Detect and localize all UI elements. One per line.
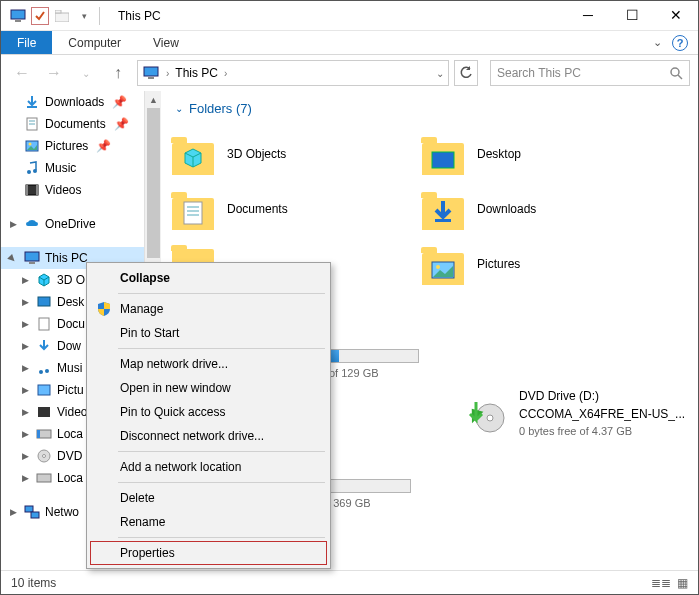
pin-icon: 📌 xyxy=(96,139,111,153)
ctx-manage[interactable]: Manage xyxy=(90,297,327,321)
shield-icon xyxy=(95,300,113,318)
monitor-icon xyxy=(142,65,160,81)
monitor-icon xyxy=(9,7,27,25)
music-icon xyxy=(35,360,53,376)
back-button[interactable]: ← xyxy=(9,60,35,86)
search-box[interactable]: Search This PC xyxy=(490,60,690,86)
search-placeholder: Search This PC xyxy=(497,66,669,80)
music-icon xyxy=(23,160,41,176)
svg-rect-5 xyxy=(148,77,154,79)
svg-rect-25 xyxy=(38,385,50,395)
details-view-icon[interactable]: ≣≣ xyxy=(651,576,671,590)
drive-dvd[interactable]: DVD Drive (D:) CCCOMA_X64FRE_EN-US_... 0… xyxy=(461,381,685,445)
help-icon[interactable]: ? xyxy=(672,35,688,51)
ctx-disconnect-drive[interactable]: Disconnect network drive... xyxy=(90,424,327,448)
tree-item-music[interactable]: Music xyxy=(1,157,161,179)
scroll-thumb[interactable] xyxy=(147,108,160,258)
svg-rect-2 xyxy=(55,13,69,22)
svg-line-7 xyxy=(678,75,682,79)
tree-item-videos[interactable]: Videos xyxy=(1,179,161,201)
videos-icon xyxy=(23,182,41,198)
drive-d[interactable]: of 369 GB xyxy=(321,471,411,517)
address-bar[interactable]: › This PC › ⌄ xyxy=(137,60,449,86)
ribbon: File Computer View ⌄ ? xyxy=(1,31,698,55)
downloads-icon xyxy=(35,338,53,354)
folder-desktop[interactable]: Desktop xyxy=(419,126,669,181)
svg-point-30 xyxy=(43,455,46,458)
documents-icon xyxy=(23,116,41,132)
ctx-pin-quick-access[interactable]: Pin to Quick access xyxy=(90,400,327,424)
maximize-button[interactable]: ☐ xyxy=(610,1,654,31)
tree-item-documents[interactable]: Documents📌 xyxy=(1,113,161,135)
svg-rect-19 xyxy=(25,252,39,261)
ctx-add-network-location[interactable]: Add a network location xyxy=(90,455,327,479)
svg-rect-3 xyxy=(55,10,61,13)
drive-progress xyxy=(329,349,419,363)
qat-dropdown-icon[interactable]: ▾ xyxy=(75,7,93,25)
address-label: This PC xyxy=(175,66,218,80)
svg-point-24 xyxy=(45,369,49,373)
address-dropdown-icon[interactable]: ⌄ xyxy=(436,68,444,79)
pictures-icon xyxy=(431,261,455,279)
folder-pictures[interactable]: Pictures xyxy=(419,236,669,291)
folders-section-header[interactable]: ⌄ Folders (7) xyxy=(169,97,698,126)
file-tab[interactable]: File xyxy=(1,31,52,54)
svg-rect-22 xyxy=(39,318,49,330)
svg-point-43 xyxy=(487,415,493,421)
svg-rect-20 xyxy=(29,262,35,264)
forward-button[interactable]: → xyxy=(41,60,67,86)
view-tab[interactable]: View xyxy=(137,31,195,54)
folder-downloads[interactable]: Downloads xyxy=(419,181,669,236)
title-bar: ▾ This PC ─ ☐ ✕ xyxy=(1,1,698,31)
svg-rect-39 xyxy=(435,219,451,222)
svg-rect-1 xyxy=(15,20,21,22)
tree-item-onedrive[interactable]: ▶ OneDrive xyxy=(1,213,161,235)
context-menu: Collapse Manage Pin to Start Map network… xyxy=(86,262,331,569)
folder-documents[interactable]: Documents xyxy=(169,181,419,236)
svg-rect-18 xyxy=(36,185,38,195)
minimize-button[interactable]: ─ xyxy=(566,1,610,31)
downloads-icon xyxy=(431,199,455,225)
new-folder-icon[interactable] xyxy=(53,7,71,25)
search-icon xyxy=(669,66,683,80)
large-icons-view-icon[interactable]: ▦ xyxy=(677,576,688,590)
ctx-map-drive[interactable]: Map network drive... xyxy=(90,352,327,376)
svg-point-6 xyxy=(671,68,679,76)
ctx-collapse[interactable]: Collapse xyxy=(90,266,327,290)
folder-3d-objects[interactable]: 3D Objects xyxy=(169,126,419,181)
navigation-bar: ← → ⌄ ↑ › This PC › ⌄ Search This PC xyxy=(1,55,698,91)
cube-icon xyxy=(35,272,53,288)
expand-ribbon-icon[interactable]: ⌄ xyxy=(653,36,662,49)
chevron-down-icon[interactable]: ▶ xyxy=(5,250,21,266)
up-button[interactable]: ↑ xyxy=(105,60,131,86)
refresh-button[interactable] xyxy=(454,60,478,86)
ctx-properties[interactable]: Properties xyxy=(90,541,327,565)
chevron-down-icon: ⌄ xyxy=(175,103,183,114)
ctx-pin-start[interactable]: Pin to Start xyxy=(90,321,327,345)
tree-item-pictures[interactable]: Pictures📌 xyxy=(1,135,161,157)
tree-item-downloads[interactable]: Downloads📌 xyxy=(1,91,161,113)
scroll-up-icon[interactable]: ▲ xyxy=(145,91,161,108)
svg-point-41 xyxy=(436,265,440,269)
chevron-right-icon[interactable]: ▶ xyxy=(7,219,19,229)
ctx-delete[interactable]: Delete xyxy=(90,486,327,510)
monitor-icon xyxy=(23,250,41,266)
item-count: 10 items xyxy=(11,576,56,590)
recent-dropdown[interactable]: ⌄ xyxy=(73,60,99,86)
quick-access-toolbar: ▾ xyxy=(1,7,93,25)
svg-rect-34 xyxy=(432,152,454,168)
svg-rect-0 xyxy=(11,10,25,19)
dvd-icon xyxy=(461,392,509,434)
svg-rect-4 xyxy=(144,67,158,76)
ctx-open-new-window[interactable]: Open in new window xyxy=(90,376,327,400)
properties-check-icon[interactable] xyxy=(31,7,49,25)
ctx-rename[interactable]: Rename xyxy=(90,510,327,534)
separator xyxy=(99,7,100,25)
svg-rect-32 xyxy=(25,506,33,512)
svg-point-14 xyxy=(27,170,31,174)
pin-icon: 📌 xyxy=(112,95,127,109)
computer-tab[interactable]: Computer xyxy=(52,31,137,54)
pictures-icon xyxy=(35,382,53,398)
close-button[interactable]: ✕ xyxy=(654,1,698,31)
dvd-icon xyxy=(35,448,53,464)
